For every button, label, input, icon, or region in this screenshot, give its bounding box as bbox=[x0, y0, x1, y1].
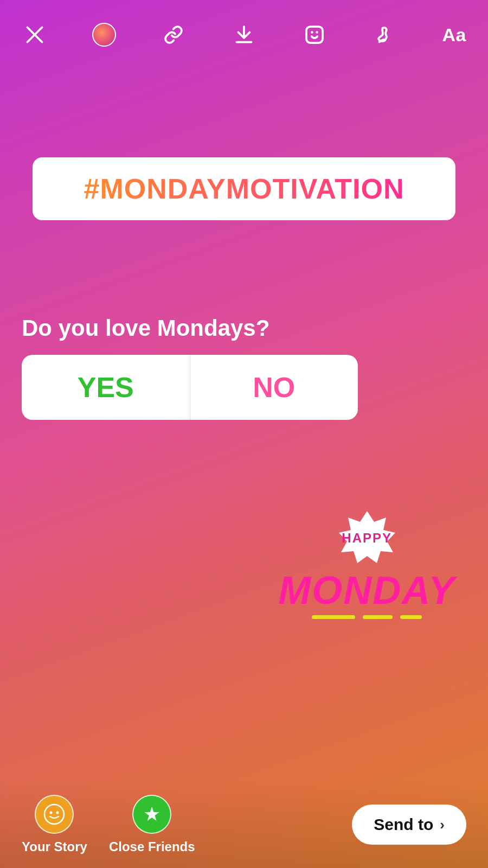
svg-rect-3 bbox=[306, 27, 323, 43]
close-friends-label: Close Friends bbox=[109, 839, 195, 854]
send-to-label: Send to bbox=[374, 815, 433, 834]
toolbar: Aa bbox=[0, 0, 488, 59]
underline-dash-1 bbox=[312, 615, 355, 619]
text-button[interactable]: Aa bbox=[442, 24, 466, 46]
poll-yes-option[interactable]: YES bbox=[22, 355, 190, 420]
your-story-icon-circle bbox=[35, 795, 74, 834]
your-story-label: Your Story bbox=[22, 839, 87, 854]
happy-badge: HAPPY bbox=[329, 510, 405, 566]
underline-dash-2 bbox=[363, 615, 393, 619]
bottom-bar: Your Story ★ Close Friends Send to › bbox=[0, 781, 488, 868]
poll-options: YES NO bbox=[22, 355, 358, 420]
link-button[interactable] bbox=[160, 22, 187, 48]
svg-point-8 bbox=[50, 812, 53, 814]
close-friends-option[interactable]: ★ Close Friends bbox=[109, 795, 195, 854]
monday-underline bbox=[312, 615, 422, 619]
color-picker-button[interactable] bbox=[92, 23, 116, 47]
close-button[interactable] bbox=[22, 22, 48, 48]
happy-text: HAPPY bbox=[342, 531, 392, 546]
hashtag-text: #MONDAYMOTIVATION bbox=[84, 173, 404, 205]
sticker-button[interactable] bbox=[301, 22, 328, 48]
underline-dash-3 bbox=[400, 615, 422, 619]
send-to-button[interactable]: Send to › bbox=[352, 805, 466, 845]
monday-text: MONDAY bbox=[278, 571, 455, 610]
your-story-icon bbox=[42, 802, 66, 826]
hashtag-sticker[interactable]: #MONDAYMOTIVATION bbox=[33, 157, 455, 220]
draw-button[interactable] bbox=[372, 22, 398, 48]
poll-no-option[interactable]: NO bbox=[190, 355, 358, 420]
poll-widget: Do you love Mondays? YES NO bbox=[22, 315, 358, 420]
poll-question: Do you love Mondays? bbox=[22, 315, 358, 342]
your-story-option[interactable]: Your Story bbox=[22, 795, 87, 854]
story-editor: Aa #MONDAYMOTIVATION Do you love Mondays… bbox=[0, 0, 488, 868]
svg-point-7 bbox=[44, 805, 64, 824]
star-icon: ★ bbox=[143, 805, 160, 824]
download-button[interactable] bbox=[231, 22, 257, 48]
happy-monday-sticker[interactable]: HAPPY MONDAY bbox=[278, 510, 455, 619]
chevron-right-icon: › bbox=[440, 816, 445, 833]
svg-point-9 bbox=[56, 812, 59, 814]
close-friends-icon-circle: ★ bbox=[132, 795, 171, 834]
